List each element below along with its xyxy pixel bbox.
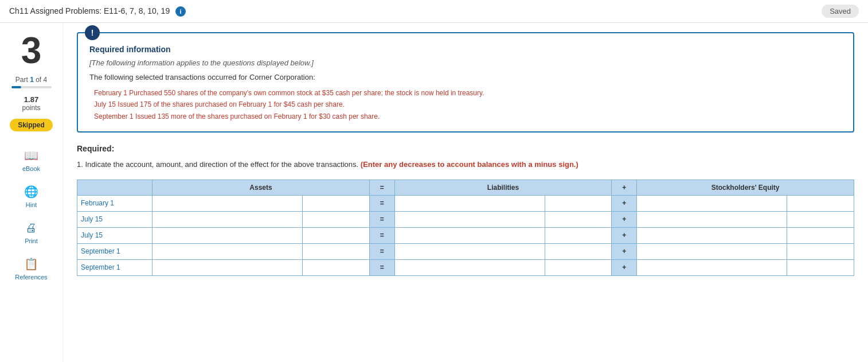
th-eq1: =	[369, 180, 394, 195]
points-value: 1.87	[24, 95, 38, 104]
plus-cell-1: +	[612, 195, 637, 211]
info-box-icon: !	[85, 25, 100, 40]
liab-input-2a[interactable]	[394, 211, 545, 227]
skipped-badge: Skipped	[10, 119, 53, 131]
equity-input-2a[interactable]	[637, 211, 787, 227]
equity-input-2b[interactable]	[787, 211, 854, 227]
equity-text-input-1a[interactable]	[640, 199, 783, 207]
print-icon: 🖨	[23, 220, 39, 236]
equity-input-5b[interactable]	[787, 259, 854, 275]
ebook-icon: 📖	[23, 147, 39, 164]
equity-text-input-3b[interactable]	[791, 231, 850, 239]
page-title: Ch11 Assigned Problems: E11-6, 7, 8, 10,…	[9, 6, 822, 17]
assets-input-3b[interactable]	[303, 227, 370, 243]
equity-text-input-4a[interactable]	[640, 247, 783, 255]
sidebar-item-print[interactable]: 🖨 Print	[23, 220, 39, 244]
equity-input-3b[interactable]	[787, 227, 854, 243]
plus-cell-3: +	[612, 227, 637, 243]
equity-text-input-3a[interactable]	[640, 231, 783, 239]
th-col1	[77, 180, 153, 195]
plus-cell-5: +	[612, 259, 637, 275]
content-area: ! Required information [The following in…	[63, 23, 868, 362]
sidebar-item-ebook[interactable]: 📖 eBook	[22, 147, 40, 172]
assets-input-4b[interactable]	[303, 243, 370, 259]
assets-text-input-3a[interactable]	[156, 231, 299, 239]
table-row: July 15 = +	[77, 227, 854, 243]
assets-text-input-1a[interactable]	[156, 199, 299, 207]
equity-input-4b[interactable]	[787, 243, 854, 259]
liab-input-3b[interactable]	[545, 227, 612, 243]
equity-text-input-5b[interactable]	[791, 263, 850, 271]
liab-text-input-5b[interactable]	[549, 263, 608, 271]
liab-text-input-4b[interactable]	[549, 247, 608, 255]
transaction-list: February 1 Purchased 550 shares of the c…	[89, 87, 842, 122]
liab-input-4a[interactable]	[394, 243, 545, 259]
assets-input-5b[interactable]	[303, 259, 370, 275]
sidebar-item-references[interactable]: 📋 References	[15, 256, 47, 281]
assets-input-4a[interactable]	[153, 243, 303, 259]
equity-text-input-1b[interactable]	[791, 199, 850, 207]
liab-input-5a[interactable]	[394, 259, 545, 275]
liab-text-input-1b[interactable]	[549, 199, 608, 207]
assets-text-input-5a[interactable]	[156, 263, 299, 271]
assets-input-5a[interactable]	[153, 259, 303, 275]
eq-cell-1: =	[369, 195, 394, 211]
assets-input-2b[interactable]	[303, 211, 370, 227]
main-layout: 3 Part 1 of 4 1.87 points Skipped 📖 eBoo…	[0, 23, 868, 362]
assets-input-3a[interactable]	[153, 227, 303, 243]
assets-input-2a[interactable]	[153, 211, 303, 227]
th-equity: Stockholders' Equity	[637, 180, 854, 195]
references-icon: 📋	[23, 256, 39, 272]
liab-input-1a[interactable]	[394, 195, 545, 211]
assets-text-input-3b[interactable]	[306, 231, 366, 239]
assets-text-input-4b[interactable]	[306, 247, 366, 255]
assets-text-input-2b[interactable]	[306, 215, 366, 223]
saved-badge: Saved	[822, 5, 859, 18]
equity-input-5a[interactable]	[637, 259, 787, 275]
equity-input-1b[interactable]	[787, 195, 854, 211]
instruction-text: 1. Indicate the account, amount, and dir…	[77, 159, 854, 170]
assets-text-input-5b[interactable]	[306, 263, 366, 271]
part-label: Part 1 of 4	[15, 76, 47, 84]
liab-input-3a[interactable]	[394, 227, 545, 243]
liab-text-input-2b[interactable]	[549, 215, 608, 223]
assets-text-input-2a[interactable]	[156, 215, 299, 223]
assets-text-input-4a[interactable]	[156, 247, 299, 255]
assets-text-input-1b[interactable]	[306, 199, 366, 207]
liab-input-5b[interactable]	[545, 259, 612, 275]
top-bar: Ch11 Assigned Problems: E11-6, 7, 8, 10,…	[0, 0, 868, 23]
liab-text-input-2a[interactable]	[398, 215, 541, 223]
liab-text-input-3b[interactable]	[549, 231, 608, 239]
transaction-2: July 15 Issued 175 of the shares purchas…	[94, 99, 842, 110]
transaction-3: September 1 Issued 135 more of the share…	[94, 111, 842, 122]
eq-cell-2: =	[369, 211, 394, 227]
equity-text-input-5a[interactable]	[640, 263, 783, 271]
liab-text-input-5a[interactable]	[398, 263, 541, 271]
equity-text-input-2b[interactable]	[791, 215, 850, 223]
title-text: Ch11 Assigned Problems: E11-6, 7, 8, 10,…	[9, 6, 170, 15]
required-label: Required:	[77, 144, 854, 153]
liab-text-input-4a[interactable]	[398, 247, 541, 255]
info-icon[interactable]: i	[175, 6, 186, 17]
question-number: 3	[21, 32, 42, 69]
equity-input-4a[interactable]	[637, 243, 787, 259]
liab-input-4b[interactable]	[545, 243, 612, 259]
progress-bar-fill	[11, 86, 22, 88]
assets-input-1b[interactable]	[303, 195, 370, 211]
table-row: February 1 = +	[77, 195, 854, 211]
equity-input-1a[interactable]	[637, 195, 787, 211]
info-box-subtitle: [The following information applies to th…	[89, 59, 842, 67]
liab-text-input-3a[interactable]	[398, 231, 541, 239]
row-label-1: February 1	[77, 195, 153, 211]
liab-input-2b[interactable]	[545, 211, 612, 227]
equity-input-3a[interactable]	[637, 227, 787, 243]
info-box: ! Required information [The following in…	[77, 32, 854, 133]
liab-text-input-1a[interactable]	[398, 199, 541, 207]
assets-input-1a[interactable]	[153, 195, 303, 211]
liab-input-1b[interactable]	[545, 195, 612, 211]
table-row: September 1 = +	[77, 259, 854, 275]
equity-text-input-4b[interactable]	[791, 247, 850, 255]
equity-text-input-2a[interactable]	[640, 215, 783, 223]
plus-cell-4: +	[612, 243, 637, 259]
sidebar-item-hint[interactable]: 🌐 Hint	[23, 184, 39, 208]
